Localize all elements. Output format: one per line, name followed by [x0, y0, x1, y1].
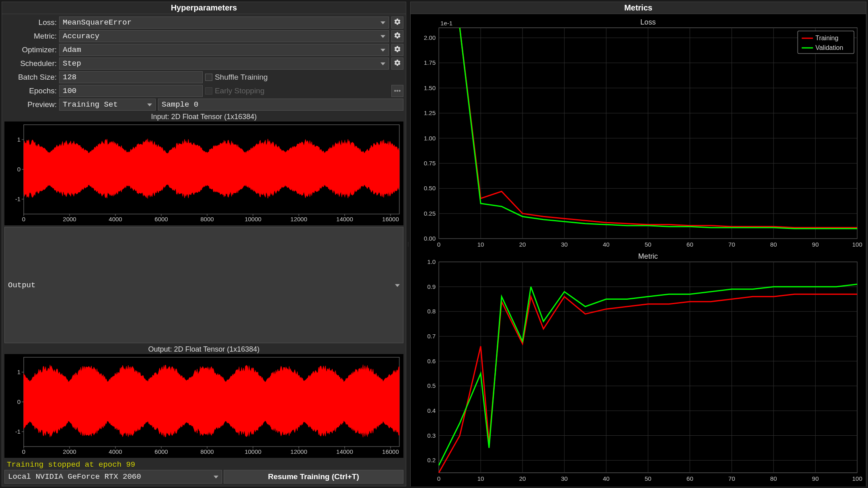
svg-text:Metric: Metric [638, 252, 658, 260]
svg-text:0: 0 [22, 448, 25, 455]
svg-text:1.00: 1.00 [424, 135, 436, 142]
svg-text:80: 80 [770, 241, 777, 248]
svg-text:40: 40 [603, 475, 610, 482]
optimizer-label: Optimizer: [4, 45, 57, 54]
svg-text:20: 20 [519, 475, 526, 482]
output-channel-value: Output [8, 281, 35, 290]
hyperparameters-panel: Hyperparameters Loss: MeanSquareError Me… [2, 2, 406, 486]
svg-text:10000: 10000 [245, 216, 261, 222]
svg-text:8000: 8000 [200, 448, 214, 455]
svg-text:0: 0 [17, 398, 21, 405]
optimizer-settings-button[interactable] [391, 44, 403, 56]
svg-text:1.0: 1.0 [427, 258, 436, 265]
svg-text:0.00: 0.00 [424, 235, 436, 242]
epochs-input[interactable]: 100 [59, 85, 203, 97]
grip-icon: ···· [407, 242, 409, 247]
svg-text:0.6: 0.6 [427, 358, 436, 364]
svg-text:Loss: Loss [640, 18, 656, 26]
svg-text:16000: 16000 [382, 216, 399, 222]
loss-select[interactable]: MeanSquareError [59, 16, 389, 29]
input-tensor-plot[interactable]: -101020004000600080001000012000140001600… [4, 121, 403, 225]
svg-text:12000: 12000 [290, 448, 307, 455]
scheduler-settings-button[interactable] [391, 58, 403, 70]
svg-text:1.25: 1.25 [424, 109, 436, 116]
svg-text:40: 40 [603, 241, 610, 248]
metric-chart[interactable]: Metric0.20.30.40.50.60.70.80.91.00102030… [414, 252, 863, 485]
metric-settings-button[interactable] [391, 30, 403, 42]
shuffle-checkbox[interactable] [205, 74, 212, 81]
svg-text:Training: Training [815, 35, 838, 41]
svg-text:0.5: 0.5 [427, 382, 436, 389]
svg-text:30: 30 [561, 475, 568, 482]
output-tensor-title: Output: 2D Float Tensor (1x16384) [4, 345, 403, 354]
preview-sample-input[interactable]: Sample 0 [158, 99, 403, 111]
svg-text:1.50: 1.50 [424, 84, 436, 91]
loss-settings-button[interactable] [391, 16, 403, 29]
early-stopping-more-button[interactable]: ••• [391, 85, 403, 97]
optimizer-value: Adam [63, 45, 81, 54]
batch-size-input[interactable]: 128 [59, 71, 203, 83]
svg-text:30: 30 [561, 241, 568, 248]
preview-set-value: Training Set [63, 100, 118, 109]
svg-text:1.75: 1.75 [424, 59, 436, 66]
gear-icon [394, 32, 401, 41]
metric-select[interactable]: Accuracy [59, 30, 389, 42]
svg-text:60: 60 [687, 475, 693, 482]
device-select[interactable]: Local NVIDIA GeForce RTX 2060 [4, 470, 222, 484]
svg-text:1e-1: 1e-1 [440, 20, 453, 27]
svg-text:0: 0 [17, 166, 21, 173]
metrics-title: Metrics [411, 2, 866, 14]
epochs-value: 100 [63, 86, 76, 95]
metrics-panel: Metrics Loss1e-10.000.250.500.751.001.25… [410, 2, 866, 486]
ellipsis-icon: ••• [394, 87, 401, 95]
output-channel-select[interactable]: Output [4, 227, 403, 343]
output-tensor-plot[interactable]: -101020004000600080001000012000140001600… [4, 354, 403, 458]
metric-label: Metric: [4, 32, 57, 41]
batch-size-label: Batch Size: [4, 73, 57, 82]
svg-text:-1: -1 [15, 428, 21, 435]
svg-text:0.7: 0.7 [427, 333, 436, 340]
svg-text:14000: 14000 [336, 448, 353, 455]
input-tensor-title: Input: 2D Float Tensor (1x16384) [4, 112, 403, 121]
svg-text:2000: 2000 [63, 448, 76, 455]
svg-text:6000: 6000 [154, 216, 168, 222]
gear-icon [394, 59, 401, 68]
gear-icon [394, 45, 401, 54]
metric-value: Accuracy [63, 32, 99, 41]
batch-size-value: 128 [63, 73, 76, 82]
early-stopping-checkbox[interactable] [205, 87, 212, 95]
svg-text:1: 1 [17, 136, 21, 143]
svg-text:0.2: 0.2 [427, 457, 436, 463]
svg-text:1: 1 [17, 369, 21, 375]
loss-value: MeanSquareError [63, 18, 132, 27]
svg-text:70: 70 [728, 241, 735, 248]
scheduler-value: Step [63, 59, 81, 68]
device-value: Local NVIDIA GeForce RTX 2060 [8, 472, 141, 481]
preview-label: Preview: [4, 100, 57, 109]
svg-text:0: 0 [437, 475, 440, 482]
svg-text:0.50: 0.50 [424, 185, 436, 191]
scheduler-select[interactable]: Step [59, 58, 389, 70]
svg-text:8000: 8000 [200, 216, 214, 222]
svg-text:0.75: 0.75 [424, 160, 436, 167]
svg-text:Validation: Validation [815, 44, 843, 51]
loss-chart[interactable]: Loss1e-10.000.250.500.751.001.251.501.75… [414, 18, 863, 251]
svg-text:0.9: 0.9 [427, 283, 436, 290]
svg-text:6000: 6000 [154, 448, 168, 455]
svg-text:60: 60 [687, 241, 693, 248]
svg-text:90: 90 [812, 475, 819, 482]
loss-label: Loss: [4, 18, 57, 27]
svg-text:10: 10 [477, 241, 484, 248]
svg-text:0: 0 [22, 216, 25, 222]
preview-set-select[interactable]: Training Set [59, 99, 156, 111]
svg-text:12000: 12000 [290, 216, 307, 222]
resume-training-button[interactable]: Resume Training (Ctrl+T) [224, 470, 403, 484]
svg-text:100: 100 [852, 475, 862, 482]
optimizer-select[interactable]: Adam [59, 44, 389, 56]
training-status: Training stopped at epoch 99 [4, 459, 403, 470]
panel-splitter[interactable]: ···· [407, 0, 409, 488]
svg-text:4000: 4000 [109, 216, 122, 222]
svg-text:100: 100 [852, 241, 862, 248]
svg-text:50: 50 [645, 241, 652, 248]
shuffle-label: Shuffle Training [215, 73, 268, 82]
